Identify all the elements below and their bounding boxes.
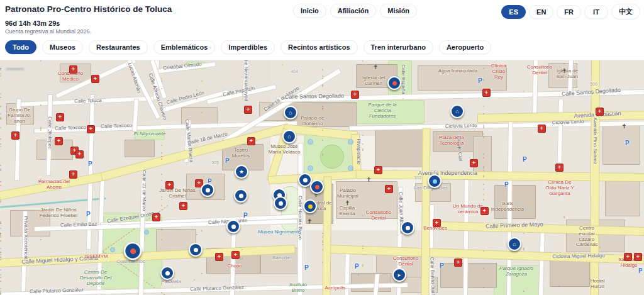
poi-dot [282,64,283,65]
poi-dot [362,135,364,136]
medical-marker-icon: + [454,259,462,267]
blue-poi-marker[interactable] [401,221,414,235]
nav-item-inicio[interactable]: Inicio [293,4,326,18]
poi-dot [599,247,601,248]
church-cross-icon: ✝ [621,123,626,130]
poi-dot [322,130,323,131]
poi-dot [362,150,364,151]
filter-imperdibles[interactable]: Imperdibles [221,40,275,54]
poi-dot [242,258,243,259]
blue-poi-marker[interactable] [234,189,248,203]
poi-dot [362,148,364,150]
poi-dot [322,140,323,141]
blue-poi-marker[interactable] [428,174,441,188]
language-button-中文[interactable]: 中文 [611,4,640,19]
nav-item-afiliación[interactable]: Afiliación [330,4,377,18]
medical-marker-icon: + [247,137,255,145]
blue-poi-marker[interactable]: ⌂ [284,106,297,120]
zoom-in-button[interactable]: + [7,69,23,69]
marker-glyph-icon: ★ [239,169,244,175]
poi-dot [161,88,162,89]
blue-poi-marker[interactable]: ⌂ [450,104,464,118]
street [277,90,644,102]
blue-poi-marker[interactable]: ⌂ [508,237,521,251]
street [533,60,538,117]
poi-dot [242,155,243,156]
poi-dot [0,73,1,74]
fountain-pond [348,165,353,171]
poi-dot [0,259,1,260]
poi-dot [483,127,484,128]
poi-dot [0,165,1,166]
poi-label: Clínica De Oído Nariz Y Garganta [543,180,576,196]
poi-dot [161,159,162,160]
medical-marker-icon: + [480,207,489,215]
blue-poi-marker[interactable] [310,180,324,194]
language-button-FR[interactable]: FR [557,5,581,19]
language-button-EN[interactable]: EN [529,5,553,19]
nav-item-misión[interactable]: Misión [380,4,417,18]
poi-dot [483,133,484,135]
building [418,65,507,91]
poi-dot [483,175,484,176]
blue-poi-marker[interactable] [387,76,401,90]
zoom-out-button[interactable]: − [7,69,23,69]
poi-dot [0,223,1,224]
blue-poi-marker[interactable] [160,266,174,280]
poi-dot [0,274,1,276]
street [539,226,545,295]
poi-dot [483,176,484,177]
poi-dot [201,273,203,274]
building [10,210,50,237]
church-cross-icon: ✝ [345,200,350,206]
church-cross-icon: ✝ [562,68,567,74]
poi-dot [0,118,1,120]
poi-dot [483,287,484,288]
poi-dot [0,69,1,70]
poi-dot [40,130,42,131]
blue-poi-marker[interactable] [303,199,317,213]
poi-dot [362,248,364,249]
poi-dot [40,291,42,292]
filter-museos[interactable]: Museos [42,40,83,54]
parking-icon: P [440,263,444,269]
poi-dot [0,127,1,128]
poi-dot [161,174,162,175]
medical-marker-icon: + [244,106,252,114]
filter-emblemáticos[interactable]: Emblemáticos [153,40,216,54]
poi-dot [483,106,484,107]
main-nav: InicioAfiliaciónMisión [293,4,417,18]
poi-dot [40,60,42,62]
church-cross-icon: ✝ [307,218,312,225]
blue-poi-marker[interactable] [201,183,214,197]
poi-dot [242,203,243,204]
blue-poi-marker[interactable] [124,242,142,260]
medical-marker-icon: + [596,108,604,116]
marker-dot-icon [433,179,437,184]
poi-dot [523,249,525,250]
blue-poi-marker[interactable] [226,220,240,233]
blue-poi-marker[interactable] [189,243,203,257]
filter-todo[interactable]: Todo [5,40,36,54]
map-canvas[interactable]: + − Calle TolucaCalle TexcocoCalle Texco… [0,60,644,295]
poi-dot [0,277,1,278]
filter-tren-interurbano[interactable]: Tren interurbano [364,40,433,54]
poi-dot [201,230,203,231]
filter-restaurantes[interactable]: Restaurantes [89,40,148,54]
poi-dot [322,84,323,86]
poi-label: 404 [291,69,298,74]
language-button-IT[interactable]: IT [584,5,608,19]
language-button-ES[interactable]: ES [501,5,526,19]
building [550,260,590,287]
poi-dot [362,60,364,62]
blue-poi-marker[interactable]: ⌂ [282,130,296,143]
marker-dot-icon [392,81,397,86]
poi-dot [483,250,484,252]
blue-poi-marker[interactable] [274,196,287,210]
poi-dot [194,279,195,281]
blue-poi-marker[interactable]: ▸ [392,268,406,282]
building [125,140,155,157]
filter-recintos-artísticos[interactable]: Recintos artísticos [280,40,357,54]
filter-aeropuerto[interactable]: Aeropuerto [439,40,491,54]
blue-poi-marker[interactable]: ★ [235,165,248,179]
